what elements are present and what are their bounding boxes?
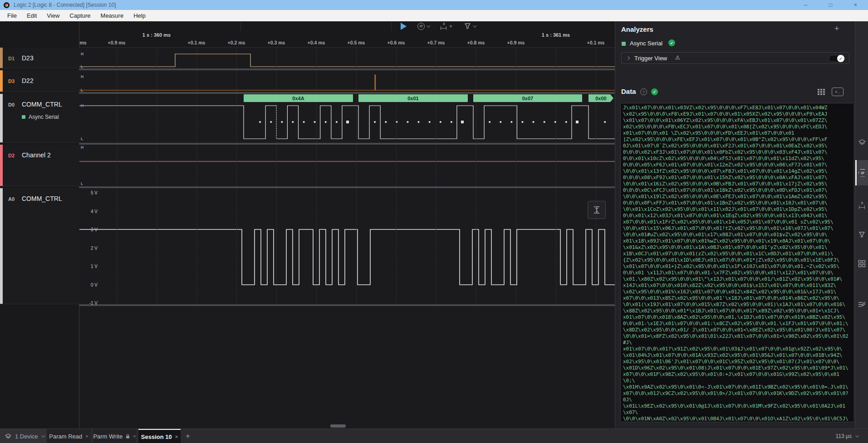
- channel-id-label: D0: [8, 102, 15, 107]
- horizontal-scrollbar[interactable]: [330, 424, 346, 428]
- channel-row-d2[interactable]: D2Channel 2: [0, 145, 79, 186]
- grid-line: [476, 48, 476, 305]
- measurements-button[interactable]: 3 +: [440, 22, 452, 30]
- timeline-tick-label: +0.2 ms: [228, 40, 245, 45]
- add-analyzer-button[interactable]: +: [834, 24, 839, 34]
- timeline-tick-label: +0.1 ms: [587, 40, 605, 45]
- chevron-down-icon: [427, 24, 430, 27]
- data-output-box[interactable]: J\x01\x07\0\0\x01\x03VZ\x02\x95\0\0\0\xF…: [620, 103, 858, 422]
- sidebar-extensions-button[interactable]: [855, 251, 868, 276]
- grid-line: [396, 48, 397, 305]
- bit-sample-dot: [451, 121, 452, 123]
- analyzer-label: Async Serial: [630, 40, 662, 47]
- time-scale-status[interactable]: 113 µs: [836, 429, 858, 443]
- timeline-tick-label: +0.7 ms: [427, 40, 445, 45]
- sidebar-notes-button[interactable]: [855, 292, 868, 317]
- level-low-label: L: [81, 64, 83, 69]
- timeline-tick-label: +0.6 ms: [387, 40, 405, 45]
- app-logo-icon: [4, 2, 10, 8]
- bit-sample-dot: [281, 121, 283, 123]
- channel-analyzer-label: Async Serial: [22, 114, 59, 120]
- terminal-view-icon[interactable]: >_: [832, 88, 843, 96]
- trigger-view-toggle[interactable]: ✓: [829, 55, 845, 62]
- notes-icon: [858, 301, 866, 308]
- bit-sample-dot: [521, 121, 523, 123]
- sidebar-devices-button[interactable]: [855, 130, 868, 156]
- play-capture-button[interactable]: [397, 22, 409, 30]
- trigger-funnel-icon: [464, 23, 471, 29]
- add-measurement-icon: +: [449, 23, 452, 29]
- measurement-icon: 3: [440, 23, 447, 30]
- grid-line: [356, 48, 357, 305]
- channel-id-label: D1: [8, 56, 15, 61]
- voltage-label: 0 V: [80, 282, 98, 287]
- timeline-tick-label: ms: [79, 40, 86, 45]
- toggle-knob-check-icon: ✓: [837, 55, 844, 62]
- tab-close-icon[interactable]: ×: [133, 433, 136, 439]
- row-separator: [79, 143, 615, 145]
- grid-line: [516, 48, 516, 305]
- bit-sample-dot: [510, 121, 512, 123]
- analyzer-ok-icon: ✓: [668, 39, 675, 46]
- device-1f-hexagon-icon: 1F: [858, 169, 867, 177]
- bit-sample-dot: [292, 121, 294, 123]
- channel-row-a0[interactable]: A0COMM_CTRL: [0, 188, 79, 304]
- channel-row-d0[interactable]: D0COMM_CTRLAsync Serial: [0, 94, 79, 143]
- tab-param-read[interactable]: Param Read×: [47, 429, 91, 443]
- vertical-fit-icon: [593, 206, 601, 214]
- bit-sample-dot: [374, 121, 376, 123]
- chevron-down-icon: [41, 433, 45, 437]
- grid-line: [316, 48, 317, 305]
- menu-measure[interactable]: Measure: [96, 11, 128, 20]
- menu-file[interactable]: File: [3, 11, 21, 20]
- sidebar-trigger-button[interactable]: [855, 222, 868, 247]
- tab-close-icon[interactable]: ×: [175, 434, 178, 439]
- extensions-icon: [858, 260, 866, 268]
- waveform-view[interactable]: HLHLHLHL5 V4 V3 V2 V1 V0 V-1 V0x4A0x010x…: [79, 48, 615, 428]
- chevron-right-icon: [626, 56, 630, 60]
- analyzers-heading: Analyzers: [621, 25, 653, 33]
- bit-sample-dot: [604, 121, 606, 123]
- menu-help[interactable]: Help: [129, 11, 150, 20]
- data-ok-icon: ✓: [651, 88, 658, 95]
- tab-parm-write[interactable]: Parm Write×: [93, 429, 136, 443]
- analyzer-color-icon: [622, 42, 626, 46]
- frame-marker-square: [461, 121, 464, 123]
- menu-edit[interactable]: Edit: [22, 11, 41, 20]
- bit-sample-dot: [314, 121, 316, 123]
- bit-sample-dot: [325, 121, 327, 123]
- device-selector[interactable]: 1 Device: [0, 429, 47, 443]
- logic2-app: Logic 2 [Logic 8 - Connected] [Session 1…: [0, 0, 868, 443]
- menu-capture[interactable]: Capture: [65, 11, 95, 20]
- channel-row-d1[interactable]: D1D23: [0, 48, 79, 68]
- channel-row-d3[interactable]: D3D22: [0, 70, 79, 92]
- timeline-tick-label: +0.5 ms: [348, 40, 365, 45]
- channel-color-strip: [0, 188, 3, 304]
- sidebar-measurements-button[interactable]: 3: [855, 193, 868, 218]
- trigger-view-label: Trigger View: [634, 55, 667, 62]
- trigger-view-row[interactable]: Trigger View ⚠ ✓: [621, 52, 849, 64]
- analog-scale-button[interactable]: [588, 201, 606, 219]
- trigger-button[interactable]: [464, 22, 476, 30]
- bit-sample-dot: [489, 121, 490, 123]
- analyzer-color-icon: [22, 115, 25, 119]
- analyzer-item-async-serial[interactable]: Async Serial ✓: [615, 39, 855, 49]
- menu-view[interactable]: View: [42, 11, 64, 20]
- timeline-ruler[interactable]: ms+0.9 ms1 s : 360 ms+0.1 ms+0.2 ms+0.3 …: [79, 31, 615, 48]
- capture-settings-button[interactable]: 1F: [417, 22, 429, 30]
- bit-sample-dot: [385, 121, 387, 123]
- device-count-label: 1 Device: [15, 433, 38, 440]
- minimize-button[interactable]: –: [793, 0, 818, 10]
- new-tab-button[interactable]: +: [181, 429, 195, 443]
- table-view-icon[interactable]: [817, 88, 825, 96]
- tab-close-icon[interactable]: ×: [85, 433, 88, 439]
- bit-sample-dot: [407, 121, 408, 123]
- row-separator: [79, 304, 615, 306]
- timeline-tick-label: +0.3 ms: [268, 40, 285, 45]
- tab-session-10[interactable]: Session 10×: [138, 429, 181, 443]
- channel-id-label: D3: [8, 78, 15, 84]
- help-icon[interactable]: ?: [640, 88, 647, 95]
- sidebar-capture-settings-button[interactable]: 1F: [855, 160, 868, 185]
- maximize-button[interactable]: □: [818, 0, 843, 10]
- close-button[interactable]: ×: [843, 0, 868, 10]
